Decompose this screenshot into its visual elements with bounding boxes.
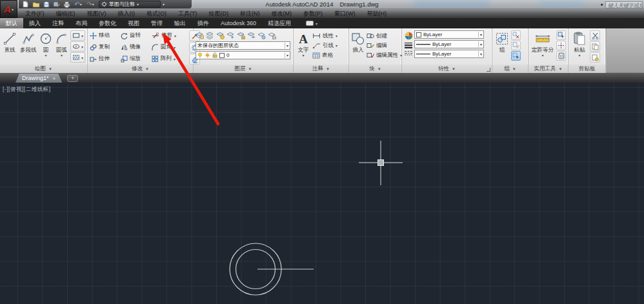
group-edit-button[interactable] <box>511 41 521 50</box>
menu-insert[interactable]: 插入(I) <box>112 9 141 18</box>
menu-parametric[interactable]: 参数(P) <box>297 9 328 18</box>
quick-calculator-button[interactable] <box>556 51 566 61</box>
dialog-launcher-icon[interactable] <box>487 68 490 72</box>
layer-isolate-icon[interactable] <box>247 32 256 39</box>
trim-button[interactable]: 修剪 ▾ <box>152 30 188 41</box>
color-wheel-icon[interactable] <box>405 32 413 40</box>
panel-group-footer[interactable]: 组 ▼ <box>492 65 528 73</box>
copy-button[interactable]: 复制 <box>90 41 119 53</box>
ribbon-tab-manage[interactable]: 管理 <box>145 18 168 28</box>
id-point-button[interactable] <box>556 41 566 50</box>
group-button[interactable]: 组 <box>494 30 510 65</box>
ribbon-tab-insert[interactable]: 插入 <box>23 18 46 28</box>
ribbon-tab-view[interactable]: 视图 <box>122 18 145 28</box>
arc-button[interactable]: 圆弧 ▾ <box>54 30 69 65</box>
layer-unlock-icon[interactable] <box>268 32 276 39</box>
rotate-button[interactable]: 旋转 <box>121 30 150 41</box>
close-icon[interactable]: × <box>53 76 56 81</box>
paste-button[interactable]: 粘贴 ▾ <box>570 30 589 65</box>
menu-draw[interactable]: 绘图(D) <box>203 9 235 18</box>
ribbon-tab-layout[interactable]: 布局 <box>70 18 93 28</box>
menu-format[interactable]: 格式(O) <box>141 9 172 18</box>
lineweight-dropdown[interactable]: ByLayer ▾ <box>414 40 484 48</box>
undo-button[interactable]: ↶▾ <box>73 1 83 8</box>
menu-tools[interactable]: 工具(T) <box>172 9 203 18</box>
fillet-button[interactable]: 圆角 ▾ <box>152 41 188 53</box>
line-button[interactable]: 直线 <box>2 30 17 65</box>
create-block-button[interactable]: 创建 <box>367 31 402 41</box>
group-selection-toggle[interactable] <box>511 51 521 61</box>
layer-state-dropdown[interactable]: 未保存的图层状态 ▾ <box>196 41 290 50</box>
drawing-canvas[interactable]: [-][俯视][二维线框] <box>0 83 644 304</box>
layer-freeze-icon[interactable] <box>226 32 235 39</box>
table-button[interactable]: 表格 <box>312 50 337 60</box>
edit-attributes-button[interactable]: 编辑属性 ▾ <box>367 50 402 60</box>
linetype-dropdown[interactable]: ByLayer ▾ <box>414 50 484 58</box>
workspace-switcher[interactable]: 草图与注释 ▾ <box>99 1 161 8</box>
panel-draw-footer[interactable]: 绘图 ▼ <box>0 65 87 73</box>
circle-button[interactable]: 圆 ▾ <box>39 30 52 65</box>
object-color-dropdown[interactable]: ByLayer ▾ <box>414 30 484 39</box>
save-button[interactable] <box>42 1 50 8</box>
panel-block-footer[interactable]: 块 ▼ <box>349 65 401 73</box>
redo-button[interactable]: ↷▾ <box>85 1 96 8</box>
plot-button[interactable] <box>63 1 71 8</box>
hatch-button[interactable]: ▾ <box>70 52 85 63</box>
layer-freeze-all-icon[interactable] <box>257 32 266 39</box>
copy-clip-button[interactable] <box>590 41 600 52</box>
save-as-button[interactable] <box>52 1 61 8</box>
search-input[interactable]: 键入关键字或短语 <box>605 1 643 8</box>
quick-select-button[interactable] <box>556 30 566 40</box>
menu-file[interactable]: 文件(F) <box>19 9 50 18</box>
layer-state-icon[interactable] <box>206 32 214 39</box>
ribbon-minimize-button[interactable]: ▾ <box>306 18 317 28</box>
menu-help[interactable]: 帮助(H) <box>361 9 393 18</box>
array-button[interactable]: 阵列 ▾ <box>152 53 188 65</box>
ribbon-tab-annotate[interactable]: 注释 <box>46 18 70 28</box>
app-menu-button[interactable]: A ▾ <box>0 0 17 18</box>
layer-dropdown[interactable]: 0 ▾ <box>196 51 290 59</box>
ungroup-button[interactable] <box>511 30 521 40</box>
edit-block-button[interactable]: 编辑 <box>367 41 402 50</box>
paste-special-button[interactable] <box>590 52 600 63</box>
ribbon-tab-home[interactable]: 默认 <box>0 18 23 28</box>
panel-annotation-footer[interactable]: 注释 ▼ <box>294 65 348 73</box>
insert-block-button[interactable]: 插入 <box>351 30 365 65</box>
new-drawing-tab-button[interactable]: + <box>67 75 78 82</box>
panel-modify-footer[interactable]: 修改 ▼ <box>88 65 193 73</box>
menu-modify[interactable]: 修改(M) <box>266 9 298 18</box>
lineweight-icon[interactable] <box>404 42 413 48</box>
measure-button[interactable]: 定距等分 ▾ <box>530 30 555 65</box>
stretch-button[interactable]: 拉伸 <box>90 53 119 65</box>
file-tab-drawing1[interactable]: Drawing1* × <box>15 74 62 83</box>
help-search[interactable]: ▸ 键入关键字或短语 <box>601 1 643 8</box>
menu-edit[interactable]: 编辑(E) <box>50 9 81 18</box>
qat-customize-button[interactable]: ▾ <box>163 2 165 6</box>
cut-button[interactable] <box>590 30 600 41</box>
ribbon-tab-parametric[interactable]: 参数化 <box>93 18 122 28</box>
scale-button[interactable]: 缩放 <box>121 53 150 65</box>
ribbon-tab-output[interactable]: 输出 <box>168 18 192 28</box>
text-button[interactable]: A 文字 ▾ <box>296 30 311 65</box>
leader-button[interactable]: 引线 ▾ <box>312 41 337 50</box>
layer-properties-icon[interactable] <box>196 32 204 39</box>
layer-off-icon[interactable] <box>216 32 225 39</box>
move-button[interactable]: 移动 <box>90 30 119 41</box>
new-file-button[interactable] <box>21 1 30 8</box>
layer-lock-icon[interactable] <box>237 32 245 39</box>
menu-dimension[interactable]: 标注(N) <box>234 9 266 18</box>
ellipse-button[interactable]: ▾ <box>70 41 85 52</box>
search-arrow-icon[interactable]: ▸ <box>601 2 603 7</box>
ribbon-tab-plugins[interactable]: 插件 <box>192 18 215 28</box>
panel-clipboard-footer[interactable]: 剪贴板 <box>569 65 605 73</box>
panel-layers-footer[interactable]: 图层 ▼ <box>194 65 293 73</box>
ribbon-tab-autodesk360[interactable]: Autodesk 360 <box>215 18 262 28</box>
panel-properties-footer[interactable]: 特性 ▼ <box>402 65 492 73</box>
rectangle-button[interactable]: ▾ <box>70 30 85 41</box>
linetype-icon[interactable] <box>404 50 413 56</box>
menu-window[interactable]: 窗口(W) <box>328 9 361 18</box>
menu-view[interactable]: 视图(V) <box>81 9 112 18</box>
mirror-button[interactable]: 镜像 <box>121 41 150 53</box>
panel-utilities-footer[interactable]: 实用工具 ▼ <box>528 65 568 73</box>
open-file-button[interactable] <box>32 1 40 8</box>
